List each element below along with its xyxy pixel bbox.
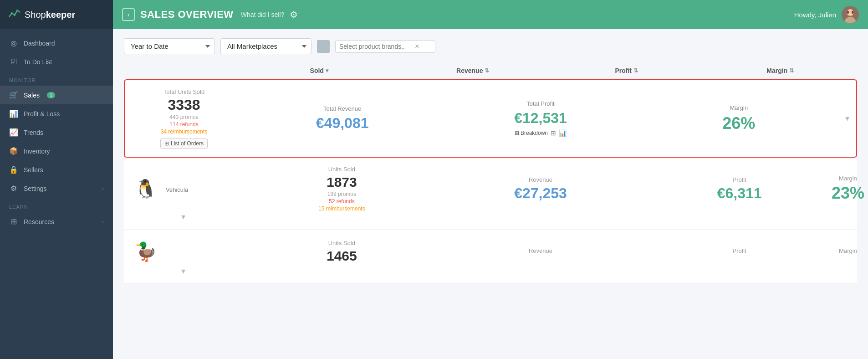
brand-search-wrap: × <box>335 40 435 53</box>
back-icon: ‹ <box>128 11 130 18</box>
product-col-vehicula: 🐧 Vehicula <box>124 174 242 204</box>
breakdown-button[interactable]: ⊞ Breakdown <box>515 130 548 136</box>
sidebar-item-trends[interactable]: 📈 Trends <box>0 123 113 142</box>
total-units-label: Total Units Sold <box>163 88 204 95</box>
resources-collapse-icon: ‹ <box>102 219 104 225</box>
table-header: Sold ▾ Revenue ⇅ Profit ⇅ Margin ⇅ <box>124 62 857 79</box>
second-margin-col: Margin <box>839 247 857 256</box>
col-margin[interactable]: Margin ⇅ <box>704 67 858 74</box>
date-range-select[interactable]: Year to Date This Month Last Month Custo… <box>124 38 215 54</box>
sidebar-item-label: Dashboard <box>24 40 55 47</box>
summary-expand-col[interactable]: ▾ <box>838 88 856 149</box>
sidebar-item-todo[interactable]: ☑ To Do List <box>0 52 113 71</box>
chart-download-icon[interactable]: ⊞ <box>551 129 556 137</box>
vehicula-units-value: 1873 <box>327 174 357 190</box>
sold-sort-icon: ▾ <box>326 67 328 74</box>
monitor-section-label: MONITOR <box>0 71 113 86</box>
col-revenue[interactable]: Revenue ⇅ <box>396 67 550 74</box>
total-profit-value: €12,531 <box>514 110 567 127</box>
sidebar-item-settings[interactable]: ⚙ Settings ‹ <box>0 179 113 198</box>
second-revenue-col: Revenue <box>441 247 640 256</box>
svg-point-0 <box>11 12 13 14</box>
chart-view-icon[interactable]: 📊 <box>559 129 567 137</box>
sidebar-item-label: Sellers <box>24 166 43 174</box>
sidebar-item-sales[interactable]: 🛒 Sales 1 <box>0 86 113 104</box>
vehicula-profit-value: €6,311 <box>717 185 762 202</box>
vehicula-expand-col[interactable]: ▾ <box>124 212 242 222</box>
summary-margin-col: Margin 26% <box>640 88 838 149</box>
sellers-icon: 🔒 <box>9 165 18 174</box>
profit-sort-icon: ⇅ <box>633 67 638 74</box>
col-product <box>124 67 242 74</box>
col-sold[interactable]: Sold ▾ <box>242 67 396 74</box>
sidebar-navigation: ◎ Dashboard ☑ To Do List MONITOR 🛒 Sales… <box>0 29 113 359</box>
sidebar-item-dashboard[interactable]: ◎ Dashboard <box>0 34 113 52</box>
total-profit-label: Total Profit <box>526 100 554 107</box>
logo-text: Shopkeeper <box>25 10 75 20</box>
sidebar-item-label: Resources <box>24 218 54 226</box>
svg-point-7 <box>852 11 853 14</box>
sidebar: Shopkeeper ◎ Dashboard ☑ To Do List MONI… <box>0 0 113 359</box>
vehicula-promos: 189 promos <box>327 191 356 197</box>
col-profit[interactable]: Profit ⇅ <box>550 67 704 74</box>
vehicula-sold-label: Units Sold <box>328 166 355 173</box>
sidebar-item-sellers[interactable]: 🔒 Sellers <box>0 160 113 179</box>
user-greeting: Howdy, Julien <box>794 11 836 19</box>
second-profit-col: Profit <box>640 247 839 256</box>
summary-sold-col: Total Units Sold 3338 443 promos 114 ref… <box>125 88 243 149</box>
product-name-vehicula: Vehicula <box>166 186 188 193</box>
logo-icon <box>8 7 21 22</box>
promos-value: 443 promos <box>169 114 198 120</box>
settings-collapse-icon: ‹ <box>102 185 104 192</box>
svg-point-6 <box>847 11 849 14</box>
filters-row: Year to Date This Month Last Month Custo… <box>124 38 857 54</box>
sales-icon: 🛒 <box>9 91 18 99</box>
svg-point-1 <box>14 14 15 16</box>
vehicula-revenue-value: €27,253 <box>514 185 567 202</box>
avatar <box>842 6 859 23</box>
inventory-icon: 📦 <box>9 147 18 155</box>
content-area: Year to Date This Month Last Month Custo… <box>113 29 868 359</box>
vehicula-revenue-col: Revenue €27,253 <box>441 176 640 202</box>
sidebar-logo: Shopkeeper <box>0 0 113 29</box>
summary-margin-value: 26% <box>722 114 755 133</box>
vehicula-refunds: 52 refunds <box>329 198 355 205</box>
second-units-value: 1465 <box>327 248 357 264</box>
settings-gear-icon[interactable]: ⚙ <box>290 9 298 20</box>
list-orders-button[interactable]: ⊞ List of Orders <box>160 138 208 149</box>
vehicula-margin-value: 23% <box>832 184 864 203</box>
learn-section-label: LEARN <box>0 198 113 212</box>
vehicula-revenue-label: Revenue <box>529 176 552 183</box>
clear-search-icon[interactable]: × <box>415 42 419 51</box>
margin-sort-icon: ⇅ <box>789 67 794 74</box>
color-filter-box[interactable] <box>317 40 330 53</box>
vehicula-reimbursements: 15 reimbursements <box>318 205 365 212</box>
vehicula-margin-col: Margin 23% <box>839 175 857 203</box>
breakdown-row: ⊞ Breakdown ⊞ 📊 <box>515 129 567 137</box>
dashboard-icon: ◎ <box>9 39 18 47</box>
total-revenue-label: Total Revenue <box>323 105 361 112</box>
sidebar-item-label: Sales <box>24 92 40 99</box>
vehicula-margin-label: Margin <box>839 175 857 182</box>
sales-badge: 1 <box>47 92 55 98</box>
second-expand-col[interactable]: ▾ <box>124 266 242 276</box>
table-row: 🦆 Units Sold 1465 Revenue Profit Margin … <box>124 230 857 284</box>
sidebar-item-label: Inventory <box>24 148 50 155</box>
reimbursements-value: 34 reimbursements <box>161 128 208 135</box>
revenue-sort-icon: ⇅ <box>485 67 489 74</box>
summary-profit-col: Total Profit €12,531 ⊞ Breakdown ⊞ 📊 <box>441 88 639 149</box>
vehicula-profit-label: Profit <box>732 176 746 183</box>
total-revenue-value: €49,081 <box>316 115 369 132</box>
table-row: 🐧 Vehicula Units Sold 1873 189 promos 52… <box>124 159 857 230</box>
sidebar-item-resources[interactable]: ⊞ Resources ‹ <box>0 212 113 231</box>
back-button[interactable]: ‹ <box>122 8 135 21</box>
brand-search-input[interactable] <box>339 43 412 50</box>
page-title: SALES OVERVIEW <box>140 9 234 21</box>
resources-icon: ⊞ <box>9 217 18 226</box>
second-revenue-label: Revenue <box>529 247 552 254</box>
sidebar-item-profit-loss[interactable]: 📊 Profit & Loss <box>0 104 113 123</box>
sidebar-item-inventory[interactable]: 📦 Inventory <box>0 142 113 160</box>
sidebar-item-label: Profit & Loss <box>24 110 60 118</box>
marketplace-select[interactable]: All Marketplaces Amazon US Amazon UK Ama… <box>220 38 311 54</box>
trends-icon: 📈 <box>9 128 18 137</box>
